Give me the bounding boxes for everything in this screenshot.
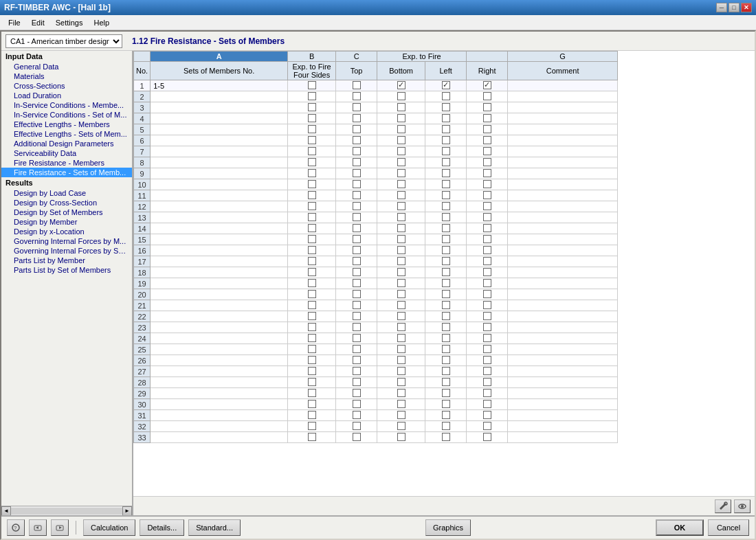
cell-d[interactable] — [377, 201, 425, 212]
cell-d[interactable] — [377, 234, 425, 245]
cell-d[interactable] — [377, 278, 425, 289]
checkbox-unchecked[interactable] — [353, 125, 361, 133]
checkbox-unchecked[interactable] — [353, 334, 361, 342]
checkbox-unchecked[interactable] — [442, 422, 450, 430]
cell-d[interactable] — [377, 102, 425, 113]
cell-b[interactable] — [288, 168, 336, 179]
calculation-button[interactable]: Calculation — [83, 519, 135, 536]
cell-sets-members-no[interactable] — [151, 322, 288, 333]
cell-comment[interactable] — [508, 91, 618, 102]
cell-b[interactable] — [288, 80, 336, 91]
cell-sets-members-no[interactable] — [151, 212, 288, 223]
cell-comment[interactable] — [508, 80, 618, 91]
cell-f[interactable] — [467, 135, 508, 146]
cell-e[interactable] — [425, 190, 467, 201]
sidebar-item-design-set-members[interactable]: Design by Set of Members — [1, 207, 132, 217]
checkbox-unchecked[interactable] — [308, 92, 316, 100]
cell-comment[interactable] — [508, 410, 618, 421]
details-button[interactable]: Details... — [140, 519, 184, 536]
checkbox-unchecked[interactable] — [397, 389, 405, 397]
checkbox-unchecked[interactable] — [308, 334, 316, 342]
checkbox-unchecked[interactable] — [442, 103, 450, 111]
checkbox-unchecked[interactable] — [483, 268, 491, 276]
cell-c[interactable] — [336, 234, 377, 245]
cell-f[interactable] — [467, 388, 508, 399]
cell-comment[interactable] — [508, 168, 618, 179]
cell-sets-members-no[interactable] — [151, 278, 288, 289]
cell-b[interactable] — [288, 300, 336, 311]
checkbox-unchecked[interactable] — [397, 268, 405, 276]
checkbox-unchecked[interactable] — [397, 411, 405, 419]
checkbox-unchecked[interactable] — [397, 400, 405, 408]
checkbox-unchecked[interactable] — [483, 114, 491, 122]
checkbox-checked[interactable] — [442, 81, 450, 89]
data-grid[interactable]: A B C Exp. to Fire G No. Sets of Members… — [133, 51, 755, 496]
checkbox-unchecked[interactable] — [353, 268, 361, 276]
cell-sets-members-no[interactable] — [151, 223, 288, 234]
cell-e[interactable] — [425, 421, 467, 432]
horizontal-scrollbar[interactable]: ◄ ► — [1, 506, 132, 515]
checkbox-unchecked[interactable] — [353, 312, 361, 320]
cell-c[interactable] — [336, 410, 377, 421]
checkbox-unchecked[interactable] — [442, 136, 450, 144]
cell-b[interactable] — [288, 223, 336, 234]
checkbox-unchecked[interactable] — [353, 224, 361, 232]
ok-button[interactable]: OK — [656, 519, 704, 536]
cell-b[interactable] — [288, 267, 336, 278]
cell-sets-members-no[interactable] — [151, 432, 288, 443]
cell-d[interactable] — [377, 333, 425, 344]
cell-f[interactable] — [467, 91, 508, 102]
cell-c[interactable] — [336, 432, 377, 443]
cell-sets-members-no[interactable] — [151, 344, 288, 355]
checkbox-unchecked[interactable] — [353, 279, 361, 287]
checkbox-unchecked[interactable] — [397, 180, 405, 188]
checkbox-unchecked[interactable] — [308, 345, 316, 353]
cell-sets-members-no[interactable] — [151, 377, 288, 388]
checkbox-unchecked[interactable] — [397, 191, 405, 199]
checkbox-unchecked[interactable] — [483, 169, 491, 177]
cell-e[interactable] — [425, 146, 467, 157]
checkbox-unchecked[interactable] — [483, 92, 491, 100]
cell-sets-members-no[interactable] — [151, 300, 288, 311]
cell-b[interactable] — [288, 278, 336, 289]
cell-d[interactable] — [377, 80, 425, 91]
checkbox-unchecked[interactable] — [397, 169, 405, 177]
cell-d[interactable] — [377, 311, 425, 322]
cell-d[interactable] — [377, 135, 425, 146]
cell-e[interactable] — [425, 245, 467, 256]
cell-comment[interactable] — [508, 421, 618, 432]
checkbox-unchecked[interactable] — [308, 389, 316, 397]
checkbox-unchecked[interactable] — [353, 191, 361, 199]
cell-c[interactable] — [336, 124, 377, 135]
checkbox-unchecked[interactable] — [442, 279, 450, 287]
cell-sets-members-no[interactable] — [151, 146, 288, 157]
close-button[interactable]: ✕ — [741, 3, 752, 12]
nav-back-btn[interactable]: ? — [7, 519, 25, 536]
cell-e[interactable] — [425, 300, 467, 311]
design-standard-dropdown[interactable]: CA1 - American timber design — [5, 34, 122, 48]
cell-sets-members-no[interactable] — [151, 168, 288, 179]
cell-b[interactable] — [288, 322, 336, 333]
checkbox-unchecked[interactable] — [397, 334, 405, 342]
cell-f[interactable] — [467, 256, 508, 267]
scroll-right-btn[interactable]: ► — [122, 506, 132, 516]
checkbox-unchecked[interactable] — [308, 125, 316, 133]
checkbox-unchecked[interactable] — [353, 301, 361, 309]
checkbox-unchecked[interactable] — [308, 202, 316, 210]
checkbox-unchecked[interactable] — [483, 103, 491, 111]
checkbox-unchecked[interactable] — [397, 433, 405, 441]
checkbox-unchecked[interactable] — [442, 268, 450, 276]
cell-e[interactable] — [425, 432, 467, 443]
checkbox-checked[interactable] — [397, 81, 405, 89]
cell-c[interactable] — [336, 91, 377, 102]
checkbox-unchecked[interactable] — [483, 180, 491, 188]
cell-c[interactable] — [336, 399, 377, 410]
checkbox-unchecked[interactable] — [397, 378, 405, 386]
checkbox-unchecked[interactable] — [483, 400, 491, 408]
cell-c[interactable] — [336, 256, 377, 267]
cell-sets-members-no[interactable] — [151, 157, 288, 168]
cell-c[interactable] — [336, 223, 377, 234]
checkbox-unchecked[interactable] — [442, 323, 450, 331]
cell-e[interactable] — [425, 135, 467, 146]
checkbox-unchecked[interactable] — [353, 345, 361, 353]
